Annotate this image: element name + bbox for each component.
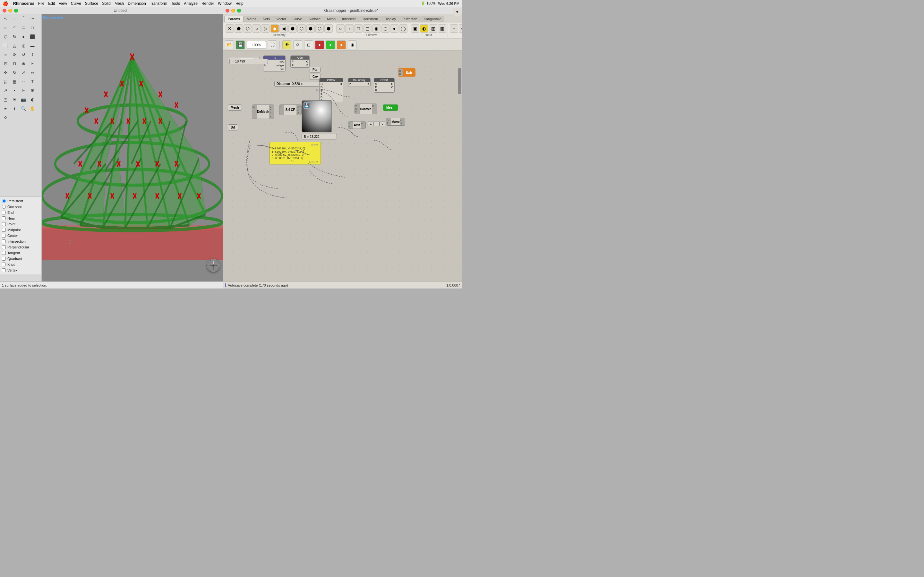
- menu-solid[interactable]: Solid: [102, 1, 111, 6]
- move-tool[interactable]: ✛: [1, 68, 10, 77]
- box-tool[interactable]: ⬛: [28, 32, 37, 41]
- osnap-end-check[interactable]: [2, 211, 6, 214]
- gh-tab-params[interactable]: Params: [224, 16, 244, 22]
- offsrf-node[interactable]: OffSrf SO DC B: [374, 78, 395, 93]
- offcrv-node[interactable]: OffCrv CO D PI B K T: [319, 78, 343, 102]
- osnap-near-check[interactable]: [2, 216, 6, 220]
- gh-minimize-button[interactable]: [231, 9, 235, 13]
- menu-view[interactable]: View: [59, 1, 67, 6]
- extrude-tool[interactable]: ⤴: [28, 50, 37, 59]
- boolean-tool[interactable]: ⊕: [19, 59, 27, 68]
- apple-menu[interactable]: 🍎: [3, 1, 8, 6]
- menu-file[interactable]: File: [38, 1, 44, 6]
- revolve-tool[interactable]: ↺: [19, 50, 27, 59]
- b-value-node[interactable]: B ○ 23:222: [302, 134, 337, 139]
- sphere-tool[interactable]: ●: [19, 32, 27, 41]
- gh-canvas[interactable]: .wire { stroke: #666; stroke-width: 1.5;…: [223, 51, 462, 282]
- rotate-tool[interactable]: ↻: [10, 68, 19, 77]
- gh-tool-save[interactable]: 💾: [236, 40, 245, 49]
- osnap-tangent-check[interactable]: [2, 251, 6, 255]
- gh-icon-p5[interactable]: ◉: [372, 24, 381, 33]
- gh-icon-triangle[interactable]: ▷: [262, 24, 270, 33]
- gh-tool-preview-wire[interactable]: ◻: [304, 40, 313, 49]
- torus-tool[interactable]: ◎: [19, 41, 27, 50]
- gh-tab-transform[interactable]: Transform: [359, 16, 381, 22]
- osnap-perpendicular-check[interactable]: [2, 245, 6, 249]
- osnap-quadrant-check[interactable]: [2, 257, 6, 261]
- gh-icon-circle[interactable]: ○: [252, 24, 261, 33]
- gh-icon-mesh1[interactable]: ⬢: [306, 24, 315, 33]
- menu-analyze[interactable]: Analyze: [184, 1, 198, 6]
- mirror-tool[interactable]: ⇔: [28, 68, 37, 77]
- gh-tab-surface[interactable]: Surface: [305, 16, 324, 22]
- gh-tab-mesh[interactable]: Mesh: [324, 16, 339, 22]
- pan-tool[interactable]: ✋: [28, 104, 37, 113]
- gh-icon-p6[interactable]: ◌: [381, 24, 389, 33]
- menu-rhinoceros[interactable]: Rhinoceros: [13, 1, 34, 6]
- gh-tool-preview-off[interactable]: ⊘: [293, 40, 302, 49]
- offset-tool[interactable]: ⊡: [1, 59, 10, 68]
- con-node[interactable]: Con P C PI E: [290, 55, 310, 68]
- gh-icon-i1[interactable]: ▣: [411, 24, 419, 33]
- menu-surface[interactable]: Surface: [85, 1, 98, 6]
- axb-node[interactable]: A B AxB R: [348, 121, 366, 129]
- clipping-tool[interactable]: ✄: [19, 86, 27, 95]
- menu-curve[interactable]: Curve: [71, 1, 81, 6]
- array-tool[interactable]: ⣿: [1, 77, 10, 85]
- helix-tool[interactable]: ↻: [10, 32, 19, 41]
- cone-tool[interactable]: △: [10, 41, 19, 50]
- mesh-output-node[interactable]: Mesh: [383, 105, 398, 111]
- light-tool[interactable]: ☀: [10, 95, 19, 103]
- gh-icon-p7[interactable]: ●: [390, 24, 399, 33]
- gh-zoom-input[interactable]: [247, 41, 266, 49]
- trim-tool[interactable]: ✂: [28, 59, 37, 68]
- poly-tool[interactable]: ⬡: [1, 32, 10, 41]
- hatch-tool[interactable]: ▦: [10, 77, 19, 85]
- gh-tool-open[interactable]: 📂: [225, 40, 234, 49]
- value-node-10499[interactable]: ○ 10.499: [229, 59, 268, 64]
- osnap-midpoint-check[interactable]: [2, 228, 6, 232]
- viewport-3d[interactable]: Perspective: [42, 14, 223, 282]
- mesh-input-node[interactable]: Mesh: [228, 105, 242, 111]
- gh-icon-arrow-dbl[interactable]: ⇒: [459, 24, 462, 33]
- gh-icon-p4[interactable]: ▢: [363, 24, 372, 33]
- group-tool[interactable]: ⊞: [28, 86, 37, 95]
- z-node[interactable]: Z: [368, 121, 374, 126]
- gh-tab-maths[interactable]: Maths: [244, 16, 260, 22]
- osnap-center-check[interactable]: [2, 234, 6, 237]
- dot-tool[interactable]: •: [10, 86, 19, 95]
- menu-render[interactable]: Render: [202, 1, 214, 6]
- gh-icon-mesh3[interactable]: ⬢: [325, 24, 333, 33]
- rect-tool[interactable]: □: [28, 23, 37, 32]
- block-tool[interactable]: ◰: [1, 95, 10, 103]
- dim-tool[interactable]: ↔: [19, 77, 27, 85]
- gh-tab-vector[interactable]: Vector: [273, 16, 289, 22]
- window-minimize-button[interactable]: [8, 9, 12, 13]
- surface-tool[interactable]: ▬: [28, 41, 37, 50]
- gh-tab-curve[interactable]: Curve: [289, 16, 305, 22]
- gh-icon-honeycomb1[interactable]: ⬢: [288, 24, 297, 33]
- pts-node[interactable]: Pts: [310, 67, 320, 73]
- cylinder-tool[interactable]: ⬜: [1, 41, 10, 50]
- menu-transform[interactable]: Transform: [150, 1, 167, 6]
- gh-tool-preview-on[interactable]: 👁: [282, 40, 291, 49]
- gh-tab-intersect[interactable]: Intersect: [339, 16, 359, 22]
- leader-tool[interactable]: ↗: [1, 86, 10, 95]
- text-tool[interactable]: T: [28, 77, 37, 85]
- v-node[interactable]: V: [380, 121, 385, 126]
- window-maximize-button[interactable]: [14, 9, 18, 13]
- gh-icon-p8[interactable]: ◯: [399, 24, 407, 33]
- gh-ribbon-geometry-expand[interactable]: ▼: [453, 8, 461, 16]
- menu-mesh[interactable]: Mesh: [115, 1, 124, 6]
- demesh-node[interactable]: M DeMesh V F C N: [252, 105, 274, 119]
- menu-edit[interactable]: Edit: [48, 1, 55, 6]
- gh-tab-pufferfish[interactable]: Pufferfish: [399, 16, 420, 22]
- gh-icon-p2[interactable]: ◦: [345, 24, 354, 33]
- circle-tool[interactable]: ○: [1, 23, 10, 32]
- curve-tool[interactable]: ⌒: [19, 15, 27, 23]
- window-close-button[interactable]: [3, 9, 6, 13]
- srfcp-node[interactable]: P Srf CP uvP D O: [279, 105, 302, 115]
- loft-tool[interactable]: ≈: [1, 50, 10, 59]
- ellipse-tool[interactable]: ⬭: [19, 23, 27, 32]
- color-picker-node[interactable]: 💾: [302, 100, 332, 132]
